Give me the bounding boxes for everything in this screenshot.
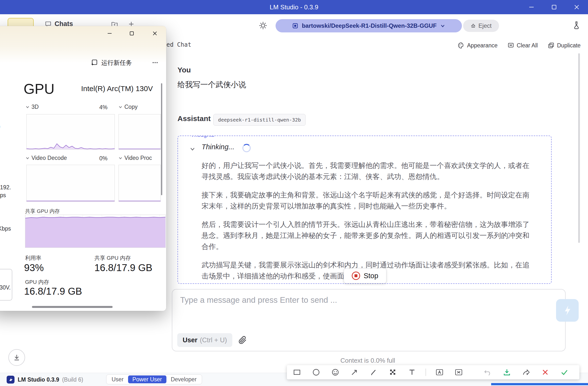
mode-power-user[interactable]: Power User xyxy=(128,375,167,383)
eject-label: Eject xyxy=(478,22,491,29)
chevron-down-icon xyxy=(25,105,29,109)
user-role-label: You xyxy=(177,66,191,74)
role-label: User xyxy=(183,336,197,344)
duplicate-button[interactable]: Duplicate xyxy=(548,41,581,50)
maximize-button[interactable] xyxy=(543,0,565,14)
app-version-label: LM Studio 0.3.9 xyxy=(18,376,59,383)
paperclip-icon xyxy=(238,336,247,344)
thinking-paragraph: 接下来，我要确定故事的主角和背景。张远山这个名字听起来有武侠的感觉，是个好选择。… xyxy=(202,190,530,212)
thinking-spinner-icon xyxy=(242,144,251,152)
cancel-button[interactable] xyxy=(540,367,551,378)
duplicate-label: Duplicate xyxy=(557,42,581,49)
settings-button[interactable] xyxy=(258,20,269,31)
minimize-icon xyxy=(528,4,535,10)
context-usage-status: Context is 0.0% full xyxy=(327,357,409,364)
message-input[interactable] xyxy=(180,295,495,325)
pen-tool-button[interactable] xyxy=(368,367,379,378)
lmstudio-titlebar: LM Studio - 0.3.9 xyxy=(0,0,588,14)
sidebar-text-fragment: Kbps xyxy=(0,225,11,232)
chart-copy-header[interactable]: Copy xyxy=(119,104,138,110)
clear-all-icon xyxy=(507,42,514,49)
chart-3d-header[interactable]: 3D xyxy=(25,104,39,110)
screen: LM Studio - 0.3.9 Chats xyxy=(0,0,588,386)
model-icon xyxy=(292,23,298,29)
sidebar-text-fragment: ps xyxy=(0,192,6,199)
gpu-section-title: GPU xyxy=(24,80,55,97)
save-button[interactable] xyxy=(501,367,513,378)
text-tool-button[interactable] xyxy=(406,367,418,378)
chart-video-process-label: Video Proc xyxy=(124,155,152,161)
appearance-button[interactable]: Appearance xyxy=(458,41,498,50)
run-new-task-icon xyxy=(90,59,98,66)
downloads-button[interactable] xyxy=(8,349,25,366)
tm-maximize-button[interactable] xyxy=(124,28,139,39)
utilization-label: 利用率 xyxy=(25,254,41,262)
utilization-value: 93% xyxy=(24,262,44,273)
tm-minimize-button[interactable] xyxy=(102,28,117,39)
tm-horizontal-scrollbar[interactable] xyxy=(32,306,113,308)
duplicate-icon xyxy=(548,42,555,49)
eject-button[interactable]: Eject xyxy=(463,20,499,32)
user-mode-segmented-control: User Power User Developer xyxy=(106,374,202,384)
assistant-role-label: Assistant xyxy=(177,115,211,123)
chevron-down-icon xyxy=(25,156,29,160)
rectangle-tool-button[interactable] xyxy=(291,367,303,378)
lmstudio-logo-icon xyxy=(6,375,15,384)
gear-icon xyxy=(258,21,268,30)
arrow-tool-button[interactable] xyxy=(349,367,360,378)
confirm-button[interactable] xyxy=(559,367,570,378)
lmstudio-watermark-logo xyxy=(556,299,579,322)
window-title: LM Studio - 0.3.9 xyxy=(0,0,588,14)
experiment-flask-button[interactable] xyxy=(571,20,582,31)
thoughts-block: Thoughts Thinking... 好的，用户让我写一个武侠小说。首先，我… xyxy=(177,135,552,284)
ellipse-tool-button[interactable] xyxy=(311,367,322,378)
mode-developer[interactable]: Developer xyxy=(167,375,201,383)
role-selector-button[interactable]: User (Ctrl + U) xyxy=(177,333,232,347)
minimize-button[interactable] xyxy=(520,0,543,14)
role-shortcut: (Ctrl + U) xyxy=(200,336,227,344)
maximize-icon xyxy=(551,4,557,10)
shared-memory-chart-label: 共享 GPU 内存 xyxy=(25,208,60,215)
model-selector[interactable]: bartowski/DeepSeek-R1-Distill-Qwen-32B-G… xyxy=(275,19,462,32)
chat-scrollbar[interactable] xyxy=(578,53,580,243)
tm-vertical-scrollbar[interactable] xyxy=(161,83,162,195)
collapse-chevron-icon[interactable] xyxy=(189,146,196,152)
chevron-down-icon xyxy=(119,105,123,109)
chat-title-fragment[interactable]: ed Chat xyxy=(167,41,191,48)
gpu-memory-value: 16.8/17.9 GB xyxy=(24,286,82,297)
sidebar-text-fragment: 30V. xyxy=(0,284,11,291)
sidebar-text-fragment: ) xyxy=(0,123,0,130)
chart-video-process-header[interactable]: Video Proc xyxy=(119,155,152,161)
gpu-chart-video-decode xyxy=(26,165,115,202)
chevron-down-icon xyxy=(119,156,123,160)
thinking-paragraph: 好的，用户让我写一个武侠小说。首先，我需要理解他的需求。他可能是一个喜欢武侠文学… xyxy=(202,160,530,182)
tm-more-options-button[interactable] xyxy=(149,57,161,68)
task-manager-header xyxy=(0,26,166,63)
user-message: 给我写一个武侠小说 xyxy=(177,79,246,90)
translate-tool-button[interactable] xyxy=(453,367,464,378)
gpu-chart-3d xyxy=(26,114,115,150)
chart-3d-value: 4% xyxy=(99,104,107,111)
gpu-device-name: Intel(R) Arc(TM) 130V xyxy=(81,84,153,93)
build-label: (Build 6) xyxy=(62,376,83,383)
close-button[interactable] xyxy=(565,0,588,14)
mosaic-tool-button[interactable] xyxy=(387,367,399,378)
ocr-tool-button[interactable] xyxy=(434,367,445,378)
gpu-memory-label: GPU 内存 xyxy=(25,278,49,286)
run-new-task-button[interactable]: 运行新任务 xyxy=(90,57,132,68)
clear-all-button[interactable]: Clear All xyxy=(507,41,538,50)
shared-memory-label: 共享 GPU 内存 xyxy=(94,254,131,262)
undo-button[interactable] xyxy=(482,367,493,378)
stop-generation-button[interactable]: Stop xyxy=(344,268,386,283)
tm-close-button[interactable] xyxy=(147,28,162,39)
mode-user[interactable]: User xyxy=(107,375,128,383)
flask-icon xyxy=(572,21,581,30)
run-new-task-label: 运行新任务 xyxy=(101,59,132,67)
chart-video-decode-header[interactable]: Video Decode xyxy=(25,155,67,161)
attach-file-button[interactable] xyxy=(236,333,250,347)
share-button[interactable] xyxy=(520,367,532,378)
close-icon xyxy=(573,4,580,10)
emoji-tool-button[interactable] xyxy=(330,367,341,378)
thinking-paragraphs: 好的，用户让我写一个武侠小说。首先，我需要理解他的需求。他可能是一个喜欢武侠文学… xyxy=(202,160,530,284)
gpu-chart-copy xyxy=(119,114,161,150)
